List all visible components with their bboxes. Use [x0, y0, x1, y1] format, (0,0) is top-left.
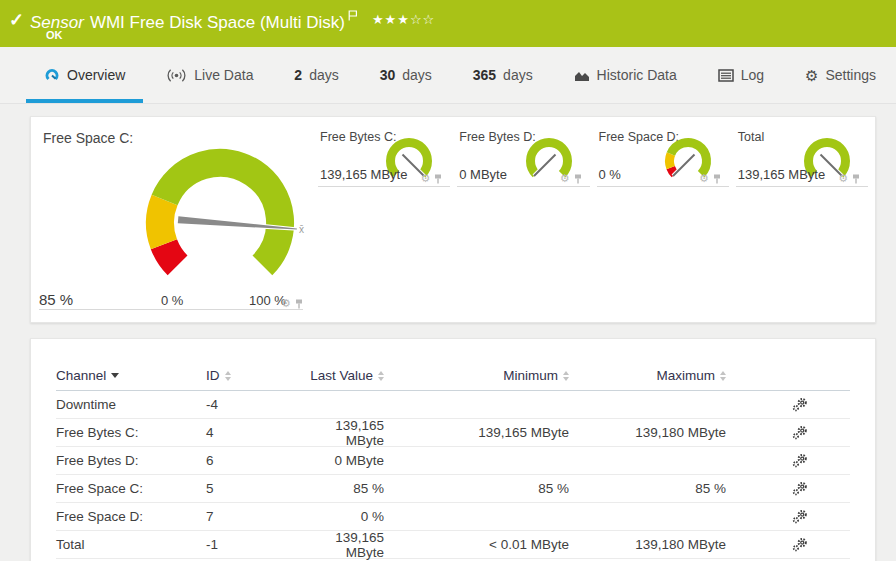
tab-30-days-number: 30 [380, 67, 396, 83]
tab-365-days[interactable]: 365 days [455, 47, 551, 103]
tab-2-days[interactable]: 2 days [276, 47, 356, 103]
mini-gauge-actions: ⚙ [420, 173, 442, 184]
mini-gauge-value: 0 % [599, 167, 621, 182]
channel-settings-gears-icon[interactable] [792, 453, 808, 468]
status-badge: OK [46, 29, 63, 41]
cell-last-value: 139,165 MByte [294, 418, 384, 448]
channel-settings-gears-icon[interactable] [792, 481, 808, 496]
tab-log[interactable]: Log [700, 47, 782, 103]
tab-2-days-number: 2 [294, 67, 302, 83]
sort-desc-icon [111, 373, 119, 378]
column-header-minimum-label: Minimum [503, 368, 558, 383]
divider [39, 309, 303, 310]
cell-minimum: 139,165 MByte [384, 425, 569, 440]
channel-gear-icon[interactable]: ⚙ [838, 173, 848, 184]
main-gauge-free-space-c: Free Space C: x̄ 0 % 100 % 85 % ⚙ [31, 117, 321, 324]
tab-overview[interactable]: Overview [26, 47, 143, 103]
cell-channel: Total [56, 537, 206, 552]
column-header-last-value[interactable]: Last Value [310, 368, 384, 383]
channel-table-panel: Channel ID Last Value Minimum Maximum Do… [30, 338, 876, 561]
status-ok-check-icon: ✓ [9, 9, 24, 31]
channel-settings-gears-icon[interactable] [792, 537, 808, 552]
channel-gear-icon[interactable]: ⚙ [281, 298, 291, 309]
cell-minimum: < 0.01 MByte [384, 537, 569, 552]
column-header-minimum[interactable]: Minimum [503, 368, 569, 383]
table-row: Free Space C: 5 85 % 85 % 85 % [56, 475, 850, 503]
column-header-last-value-label: Last Value [310, 368, 373, 383]
mini-gauge-value: 139,165 MByte [320, 167, 407, 182]
column-header-maximum[interactable]: Maximum [656, 368, 726, 383]
tab-historic-data[interactable]: Historic Data [556, 47, 695, 103]
tab-historic-data-label: Historic Data [597, 67, 677, 83]
column-header-channel-label: Channel [56, 368, 106, 383]
mini-gauge-actions: ⚙ [838, 173, 860, 184]
table-row: Free Bytes D: 6 0 MByte [56, 447, 850, 475]
mini-gauge-value: 0 MByte [459, 167, 507, 182]
cell-last-value: 0 % [294, 509, 384, 524]
cell-maximum: 139,180 MByte [569, 425, 726, 440]
gauges-panel: Free Space C: x̄ 0 % 100 % 85 % ⚙ Free B… [30, 116, 876, 323]
table-header-row: Channel ID Last Value Minimum Maximum [56, 361, 850, 391]
mini-gauges-row: Free Bytes C: 139,165 MByte ⚙ Free Bytes… [318, 117, 875, 187]
tab-30-days[interactable]: 30 days [362, 47, 450, 103]
pin-icon[interactable] [852, 174, 860, 184]
cell-channel: Free Bytes C: [56, 425, 206, 440]
sort-icon [720, 371, 726, 381]
channel-settings-gears-icon[interactable] [792, 425, 808, 440]
broadcast-icon [166, 68, 187, 83]
column-header-channel[interactable]: Channel [56, 368, 119, 383]
main-gauge-value: 85 % [39, 291, 73, 308]
pin-icon[interactable] [713, 174, 721, 184]
cell-channel: Downtime [56, 397, 206, 412]
pin-icon[interactable] [574, 174, 582, 184]
gauge-icon [44, 67, 60, 83]
page-title: WMI Free Disk Space (Multi Disk) [90, 13, 345, 32]
gear-icon: ⚙ [805, 68, 818, 83]
cell-channel: Free Bytes D: [56, 453, 206, 468]
channel-settings-gears-icon[interactable] [792, 397, 808, 412]
column-header-id[interactable]: ID [206, 368, 231, 383]
flag-icon[interactable] [348, 6, 358, 26]
tab-settings[interactable]: ⚙ Settings [787, 47, 894, 103]
mini-gauge-actions: ⚙ [699, 173, 721, 184]
cell-last-value: 85 % [294, 481, 384, 496]
tab-bar: Overview Live Data 2 days 30 days 365 da… [0, 47, 896, 104]
area-chart-icon [574, 69, 590, 82]
sort-icon [225, 371, 231, 381]
main-gauge-dial: x̄ [86, 127, 346, 297]
cell-maximum: 85 % [569, 481, 726, 496]
channel-gear-icon[interactable]: ⚙ [560, 173, 570, 184]
mini-gauge-label: Total [738, 130, 764, 144]
tab-365-days-label: days [503, 67, 533, 83]
cell-channel: Free Space C: [56, 481, 206, 496]
cell-minimum: 85 % [384, 481, 569, 496]
tab-live-data[interactable]: Live Data [148, 47, 271, 103]
pin-icon[interactable] [295, 299, 303, 309]
cell-id: 7 [206, 509, 294, 524]
mini-gauge-actions: ⚙ [560, 173, 582, 184]
column-header-maximum-label: Maximum [656, 368, 715, 383]
cell-maximum: 139,180 MByte [569, 537, 726, 552]
log-icon [718, 69, 734, 82]
channel-settings-gears-icon[interactable] [792, 509, 808, 524]
priority-stars[interactable]: ★★★☆☆ [372, 12, 435, 27]
mini-gauge-free-space-d: Free Space D: 0 % ⚙ [597, 117, 729, 187]
table-row: Total -1 139,165 MByte < 0.01 MByte 139,… [56, 531, 850, 559]
tab-log-label: Log [741, 67, 764, 83]
mini-gauge-total: Total 139,165 MByte ⚙ [736, 117, 868, 187]
table-row: Downtime -4 [56, 391, 850, 419]
tab-overview-label: Overview [67, 67, 125, 83]
column-header-id-label: ID [206, 368, 220, 383]
sensor-title-line: SensorWMI Free Disk Space (Multi Disk)★★… [30, 6, 435, 33]
channel-gear-icon[interactable]: ⚙ [699, 173, 709, 184]
table-row: Free Bytes C: 4 139,165 MByte 139,165 MB… [56, 419, 850, 447]
pin-icon[interactable] [434, 174, 442, 184]
tab-live-data-label: Live Data [194, 67, 253, 83]
cell-id: 6 [206, 453, 294, 468]
channel-gear-icon[interactable]: ⚙ [420, 173, 430, 184]
cell-id: 4 [206, 425, 294, 440]
cell-last-value: 0 MByte [294, 453, 384, 468]
average-marker: x̄ [299, 224, 304, 235]
tab-settings-label: Settings [825, 67, 876, 83]
main-gauge-actions: ⚙ [281, 298, 303, 309]
